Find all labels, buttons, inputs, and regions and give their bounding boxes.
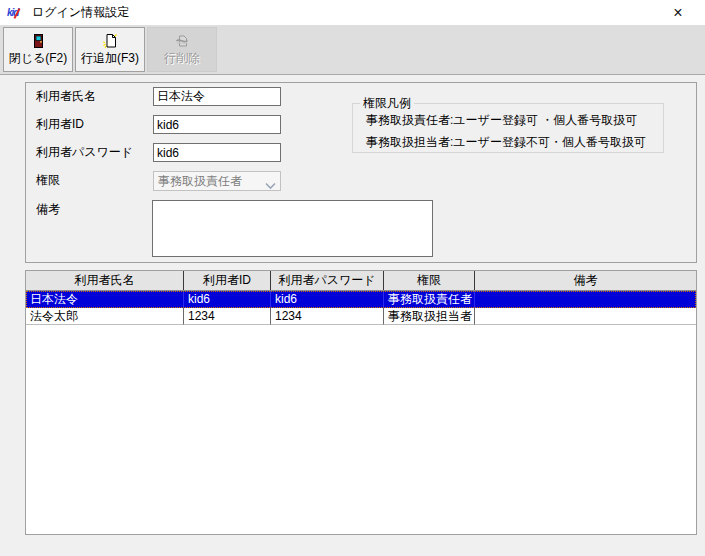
column-header: 利用者パスワード [271,271,384,290]
close-form-button[interactable]: 閉じる(F2) [3,27,73,72]
user-password-label: 利用者パスワード [36,143,133,162]
cell-user-id: kid6 [184,291,271,308]
cell-user-name: 法令太郎 [26,308,184,325]
cell-user-password: 1234 [271,308,384,325]
column-header: 利用者ID [184,271,271,290]
table-header-row: 利用者氏名 利用者ID 利用者パスワード 権限 備考 [26,271,696,291]
delete-row-icon [174,33,190,49]
cell-authority: 事務取扱責任者 [384,291,475,308]
legend-line: 事務取扱責任者:ユーザー登録可 ・個人番号取扱可 [353,109,663,131]
authority-select-value: 事務取扱責任者 [158,174,242,188]
remarks-label: 備考 [36,200,60,219]
authority-legend-box: 権限凡例 事務取扱責任者:ユーザー登録可 ・個人番号取扱可 事務取扱担当者:ユー… [352,103,664,153]
user-password-input[interactable] [153,143,281,162]
app-icon: kid [7,5,23,21]
column-header: 権限 [384,271,475,290]
table-row[interactable]: 法令太郎 1234 1234 事務取扱担当者 [26,308,696,325]
legend-title: 権限凡例 [360,96,414,110]
chevron-down-icon [265,177,276,185]
toolbar-button-label: 行削除 [164,50,200,67]
window-title: ログイン情報設定 [32,4,129,21]
user-table-panel: 利用者氏名 利用者ID 利用者パスワード 権限 備考 日本法令 kid6 kid… [25,270,697,535]
user-name-input[interactable] [153,87,281,106]
user-id-input[interactable] [153,115,281,134]
delete-row-button: 行削除 [147,27,217,72]
cell-user-password: kid6 [271,291,384,308]
cell-remarks [475,308,696,325]
add-row-button[interactable]: 行追加(F3) [75,27,145,72]
table-row[interactable]: 日本法令 kid6 kid6 事務取扱責任者 [26,291,696,308]
login-info-window: kid ログイン情報設定 × 閉じる(F2) [0,0,705,556]
add-row-icon [102,33,118,49]
toolbar-button-label: 閉じる(F2) [9,50,68,67]
user-name-label: 利用者氏名 [36,87,96,106]
remarks-textarea[interactable] [152,200,433,257]
cell-remarks [475,291,696,308]
close-icon[interactable]: × [661,0,695,25]
user-id-label: 利用者ID [36,115,84,134]
cell-user-id: 1234 [184,308,271,325]
cell-authority: 事務取扱担当者 [384,308,475,325]
column-header: 利用者氏名 [26,271,184,290]
user-form-panel: 利用者氏名 利用者ID 利用者パスワード 権限 事務取扱責任者 備考 権限凡例 … [25,82,697,263]
authority-select: 事務取扱責任者 [153,171,281,191]
cell-user-name: 日本法令 [26,291,184,308]
authority-label: 権限 [36,171,60,190]
toolbar: 閉じる(F2) 行追加(F3) [0,25,705,75]
column-header: 備考 [475,271,696,290]
door-icon [30,33,46,49]
legend-line: 事務取扱担当者:ユーザー登録不可・個人番号取扱可 [353,131,663,153]
toolbar-button-label: 行追加(F3) [81,50,139,67]
titlebar[interactable]: kid ログイン情報設定 × [0,0,705,25]
